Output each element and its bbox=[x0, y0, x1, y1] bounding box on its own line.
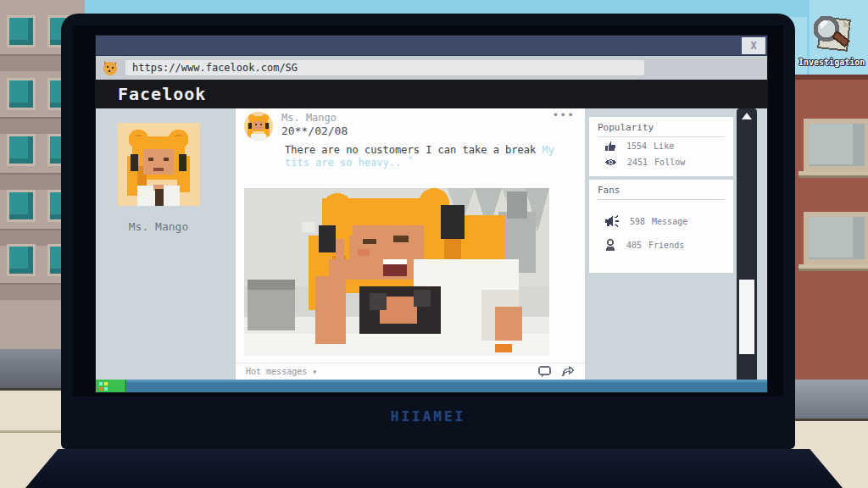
taskbar bbox=[96, 380, 767, 392]
post-menu-button[interactable]: ••• bbox=[553, 108, 575, 121]
thumbs-up-icon bbox=[604, 141, 616, 152]
url-input[interactable]: https://www.facelook.com/SG bbox=[125, 60, 644, 75]
start-button[interactable] bbox=[96, 380, 126, 392]
doge-favicon-icon bbox=[102, 59, 119, 76]
post-date: 20**/02/08 bbox=[281, 125, 348, 137]
popularity-title: Popularity bbox=[598, 122, 725, 137]
post-author-name: Ms. Mango bbox=[281, 112, 337, 124]
laptop-base bbox=[25, 449, 843, 488]
comment-icon[interactable] bbox=[538, 366, 551, 378]
popularity-card: Popularity 1554 Like 2451 Follow bbox=[589, 117, 733, 176]
scrollbar-thumb[interactable] bbox=[739, 280, 754, 354]
post-footer: Hot messages ▾ bbox=[236, 363, 585, 380]
fans-title: Fans bbox=[598, 185, 725, 200]
avatar-art bbox=[117, 123, 200, 206]
scrollbar bbox=[737, 108, 757, 392]
follow-count: 2451 bbox=[627, 158, 648, 167]
hot-messages-dropdown[interactable]: Hot messages ▾ bbox=[246, 367, 317, 376]
like-stat: 1554 Like bbox=[604, 141, 674, 152]
follow-label: Follow bbox=[654, 158, 685, 167]
post-author-avatar[interactable] bbox=[244, 112, 273, 141]
fans-card: Fans 598 Message 405 Friends bbox=[589, 180, 733, 273]
investigation-icon[interactable]: Investigation bbox=[798, 12, 863, 83]
megaphone-icon bbox=[604, 215, 620, 227]
post-card: Ms. Mango 20**/02/08 ••• There are no cu… bbox=[236, 108, 585, 380]
person-icon bbox=[604, 239, 616, 252]
browser-window: X https://www.facelook.com/SG Facelook bbox=[96, 36, 767, 392]
close-button[interactable]: X bbox=[742, 37, 765, 54]
page-content: Ms. Mango Ms. Mango 20**/02/08 bbox=[96, 108, 767, 380]
like-label: Like bbox=[654, 141, 674, 151]
laptop-brand-logo: HIIAMEI bbox=[61, 408, 795, 424]
message-stat: 598 Message bbox=[604, 215, 687, 227]
profile-name: Ms. Mango bbox=[96, 220, 221, 233]
scroll-up-arrow[interactable] bbox=[738, 111, 755, 121]
like-count: 1554 bbox=[626, 141, 647, 151]
message-label: Message bbox=[652, 217, 687, 226]
friends-count: 405 bbox=[626, 241, 642, 250]
profile-avatar[interactable] bbox=[117, 123, 200, 206]
friends-stat: 405 Friends bbox=[604, 239, 684, 252]
eye-icon bbox=[604, 158, 617, 167]
investigation-label: Investigation bbox=[798, 58, 863, 67]
follow-stat: 2451 Follow bbox=[604, 158, 685, 167]
post-image-art bbox=[244, 188, 549, 356]
browser-urlbar: https://www.facelook.com/SG bbox=[96, 56, 767, 80]
share-icon[interactable] bbox=[562, 366, 575, 378]
magnifier-paper-icon bbox=[806, 12, 855, 58]
site-header: Facelook bbox=[96, 80, 767, 108]
message-count: 598 bbox=[630, 217, 645, 226]
post-image[interactable] bbox=[244, 188, 549, 356]
avatar-art bbox=[244, 112, 273, 141]
site-logo: Facelook bbox=[118, 84, 206, 104]
browser-titlebar: X bbox=[96, 36, 767, 56]
post-text-plain: There are no customers I can take a brea… bbox=[285, 144, 542, 156]
post-text: There are no customers I can take a brea… bbox=[285, 144, 570, 169]
friends-label: Friends bbox=[648, 241, 684, 250]
